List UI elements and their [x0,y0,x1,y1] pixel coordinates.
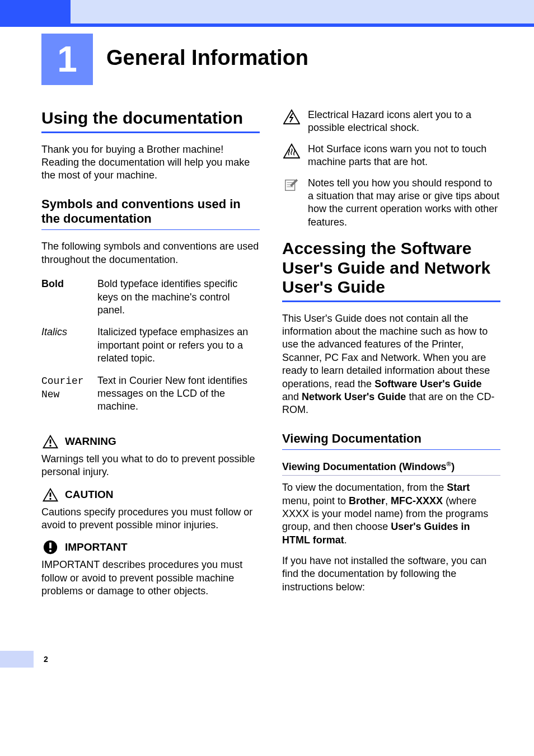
svg-rect-6 [50,492,51,497]
viewing-windows-pre: Viewing Documentation (Windows [282,461,447,472]
warning-label: WARNING [65,435,116,448]
caution-icon [41,487,59,503]
chapter-title: General Information [106,46,308,70]
note-row: Notes tell you how you should respond to… [282,177,500,229]
header-band-right [71,0,534,24]
table-row: Italics Italicized typeface emphasizes a… [41,322,260,370]
content-columns: Using the documentation Thank you for bu… [0,85,534,605]
chapter-number: 1 [57,39,77,80]
section-using-doc-heading: Using the documentation [41,109,260,133]
electrical-hazard-icon [282,109,301,125]
comma-text: , [385,495,391,506]
warning-text: Warnings tell you what to do to prevent … [41,453,260,479]
term-italics-desc: Italicized typeface emphasizes an import… [97,322,260,370]
electrical-hazard-row: Electrical Hazard icons alert you to a p… [282,109,500,135]
table-row: Bold Bold typeface identifies specific k… [41,274,260,322]
subsection-symbols-heading: Symbols and conventions used in the docu… [41,197,260,231]
term-courier: Courier New [41,375,84,400]
note-icon [282,177,301,194]
footer-block [0,651,34,668]
conventions-table: Bold Bold typeface identifies specific k… [41,274,260,419]
term-bold: Bold [41,278,64,289]
intro-paragraph: Thank you for buying a Brother machine! … [41,143,260,182]
term-courier-desc: Text in Courier New font identifies mess… [97,371,260,419]
subsection-viewing-doc-heading: Viewing Documentation [282,431,500,450]
caution-block: CAUTION Cautions specify procedures you … [41,487,260,532]
header-band [0,0,534,24]
page-number: 2 [44,655,48,664]
table-row: Courier New Text in Courier New font ide… [41,371,260,419]
viewing-paragraph-2: If you have not installed the software, … [282,555,500,594]
hot-surface-icon [282,143,301,159]
mfc-label: MFC-XXXX [391,495,443,506]
important-icon [41,539,59,555]
header-rule [0,24,534,27]
svg-point-10 [49,550,51,552]
section-accessing-heading: Accessing the Software User's Guide and … [282,239,500,302]
brother-label: Brother [349,495,385,506]
left-column: Using the documentation Thank you for bu… [41,109,260,605]
note-text: Notes tell you how you should respond to… [308,177,500,229]
viewing-paragraph-1: To view the documentation, from the Star… [282,481,500,547]
start-label: Start [447,482,470,493]
view-p1-mid1: menu, point to [282,495,349,506]
hot-surface-row: Hot Surface icons warn you not to touch … [282,143,500,169]
svg-point-7 [49,497,51,499]
view-p1-pre: To view the documentation, from the [282,482,447,493]
software-users-guide-label: Software User's Guide [374,378,481,389]
warning-icon [41,434,59,449]
accessing-paragraph: This User's Guide does not contain all t… [282,312,500,417]
svg-point-3 [49,445,51,447]
caution-label: CAUTION [65,489,114,501]
svg-rect-9 [49,543,51,548]
important-text: IMPORTANT describes procedures you must … [41,558,260,598]
warning-block: WARNING Warnings tell you what to do to … [41,434,260,479]
right-column: Electrical Hazard icons alert you to a p… [282,109,500,605]
viewing-windows-post: ) [451,461,455,472]
caution-text: Cautions specify procedures you must fol… [41,506,260,532]
term-bold-desc: Bold typeface identifies specific keys o… [97,274,260,322]
chapter-header: 1 General Information [0,34,534,85]
svg-rect-2 [50,439,51,444]
and-text: and [282,391,302,402]
page-footer: 2 [0,650,534,668]
period-text: . [344,534,347,546]
important-label: IMPORTANT [65,541,128,553]
svg-rect-13 [285,180,295,190]
registered-symbol: ® [447,460,452,467]
network-users-guide-label: Network User's Guide [302,391,406,402]
term-italics: Italics [41,326,67,337]
chapter-number-box: 1 [41,34,93,85]
important-block: IMPORTANT IMPORTANT describes procedures… [41,539,260,598]
electrical-hazard-text: Electrical Hazard icons alert you to a p… [308,109,500,135]
viewing-windows-heading: Viewing Documentation (Windows®) [282,460,500,476]
hot-surface-text: Hot Surface icons warn you not to touch … [308,143,500,169]
symbols-paragraph: The following symbols and conventions ar… [41,240,260,266]
header-band-left [0,0,71,24]
